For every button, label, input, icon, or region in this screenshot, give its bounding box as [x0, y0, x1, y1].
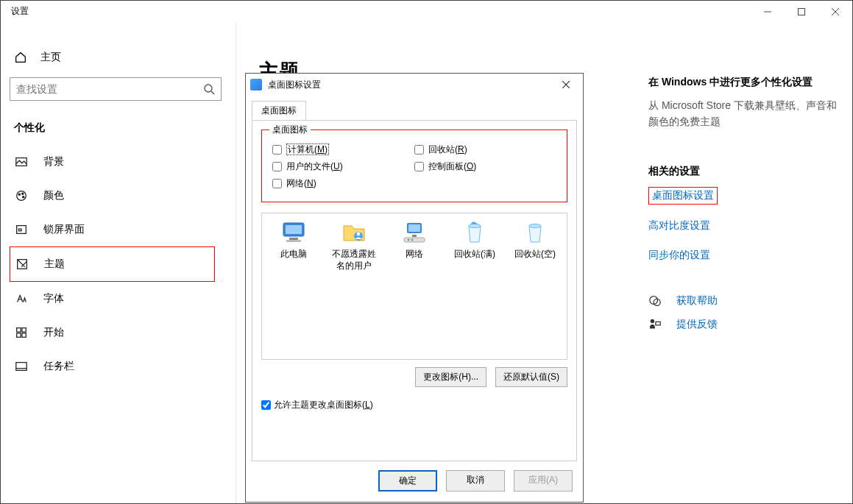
icon-preview-item[interactable]: 此电脑	[269, 219, 318, 260]
desktop-icon-check[interactable]: 用户的文件(U)	[272, 160, 414, 173]
window-controls	[751, 1, 852, 23]
sidebar-item-label: 开始	[43, 326, 64, 339]
svg-rect-16	[17, 333, 21, 337]
svg-rect-18	[16, 363, 26, 371]
pc-icon	[279, 219, 308, 246]
sidebar-item-label: 任务栏	[43, 360, 74, 373]
svg-point-22	[651, 319, 654, 323]
allow-theme-change-check[interactable]: 允许主题更改桌面图标(L)	[261, 399, 567, 411]
maximize-button[interactable]	[785, 1, 818, 23]
sidebar-item-background[interactable]: 背景	[10, 145, 215, 179]
sidebar-item-start[interactable]: 开始	[10, 316, 215, 349]
home-nav[interactable]: 主页	[10, 48, 215, 74]
sidebar: 主页 个性化 背景颜色锁屏界面主题字体开始任务栏	[1, 23, 236, 503]
search-icon	[203, 83, 215, 95]
start-icon	[14, 326, 29, 339]
help-link[interactable]: 提供反馈	[648, 318, 840, 331]
icon-preview-item[interactable]: 网络	[390, 219, 439, 260]
settings-window: 设置 主页	[0, 0, 853, 504]
dialog-app-icon	[250, 79, 262, 90]
restore-default-button[interactable]: 还原默认值(S)	[495, 367, 567, 387]
background-icon	[14, 155, 29, 168]
svg-point-8	[18, 194, 20, 195]
svg-line-5	[211, 91, 214, 94]
sidebar-item-label: 背景	[43, 155, 64, 168]
bin-empty-icon	[520, 219, 550, 246]
allow-theme-checkbox[interactable]	[261, 400, 271, 410]
icon-preview-item[interactable]: 回收站(满)	[450, 219, 499, 260]
desktop-icon-check[interactable]: 回收站(R)	[414, 143, 556, 156]
sidebar-item-label: 颜色	[43, 189, 64, 202]
sidebar-item-taskbar[interactable]: 任务栏	[10, 349, 215, 383]
sidebar-item-themes[interactable]: 主题	[10, 246, 215, 282]
close-button[interactable]	[818, 1, 852, 23]
section-header: 个性化	[10, 118, 215, 145]
ok-button[interactable]: 确定	[378, 470, 437, 491]
search-box[interactable]	[10, 77, 222, 101]
search-input[interactable]	[16, 83, 203, 95]
svg-point-36	[408, 239, 409, 241]
right-desc: 从 Microsoft Store 下载兼具壁纸、声音和颜色的免费主题	[648, 98, 840, 129]
help-link[interactable]: 获取帮助	[648, 294, 840, 308]
dialog-title: 桌面图标设置	[268, 79, 321, 91]
home-icon	[14, 51, 27, 64]
desktop-icons-group: 桌面图标 计算机(M)用户的文件(U)网络(N) 回收站(R)控制面板(O)	[261, 129, 567, 202]
home-label: 主页	[40, 51, 61, 64]
group-legend: 桌面图标	[269, 124, 311, 136]
dialog-close-button[interactable]	[555, 77, 577, 93]
sidebar-item-label: 字体	[43, 292, 64, 305]
svg-point-31	[357, 233, 361, 236]
sidebar-item-label: 主题	[44, 258, 65, 271]
svg-rect-34	[412, 235, 417, 237]
icon-preview-item[interactable]: 不愿透露姓名的用户	[330, 219, 378, 271]
sidebar-item-lockscreen[interactable]: 锁屏界面	[10, 213, 215, 246]
svg-rect-23	[656, 322, 660, 326]
cancel-button[interactable]: 取消	[446, 470, 505, 491]
svg-rect-33	[408, 224, 420, 232]
sidebar-item-colors[interactable]: 颜色	[10, 179, 215, 213]
right-heading-more: 在 Windows 中进行更多个性化设置	[648, 76, 840, 89]
svg-point-10	[23, 196, 24, 198]
colors-icon	[14, 189, 29, 202]
feedback-icon	[648, 318, 663, 331]
window-title: 设置	[11, 5, 29, 18]
change-icon-button[interactable]: 更改图标(H)...	[415, 367, 486, 387]
dialog-tabs: 桌面图标	[246, 96, 583, 120]
related-link[interactable]: 高对比度设置	[648, 219, 840, 233]
apply-button[interactable]: 应用(A)	[514, 470, 573, 491]
svg-rect-27	[286, 225, 302, 234]
desktop-icon-dialog: 桌面图标设置 桌面图标 桌面图标 计算机(M)用户的文件(U)网络(N) 回收站…	[245, 73, 584, 503]
svg-point-37	[411, 239, 413, 241]
desktop-icon-check[interactable]: 计算机(M)	[272, 143, 414, 156]
svg-point-4	[205, 85, 212, 92]
bin-full-icon	[460, 219, 489, 246]
sidebar-item-label: 锁屏界面	[43, 223, 85, 236]
lockscreen-icon	[14, 223, 29, 236]
titlebar: 设置	[1, 1, 852, 23]
tab-desktop-icons[interactable]: 桌面图标	[252, 101, 306, 121]
svg-rect-17	[22, 333, 26, 337]
nav-list: 背景颜色锁屏界面主题字体开始任务栏	[10, 145, 215, 383]
related-link[interactable]: 桌面图标设置	[648, 187, 718, 205]
sidebar-item-fonts[interactable]: 字体	[10, 282, 215, 316]
svg-rect-14	[17, 328, 21, 332]
desktop-icon-check[interactable]: 网络(N)	[272, 177, 414, 190]
desktop-icon-check[interactable]: 控制面板(O)	[414, 160, 556, 173]
taskbar-icon	[14, 360, 29, 373]
dialog-footer: 确定 取消 应用(A)	[246, 461, 583, 502]
related-link[interactable]: 同步你的设置	[648, 249, 840, 262]
folder-icon	[339, 219, 369, 246]
icon-preview-item[interactable]: 回收站(空)	[511, 219, 559, 260]
dialog-tab-page: 桌面图标 计算机(M)用户的文件(U)网络(N) 回收站(R)控制面板(O) 此…	[252, 120, 577, 461]
network-icon	[400, 219, 429, 246]
svg-rect-35	[404, 238, 425, 242]
fonts-icon	[14, 292, 29, 305]
svg-rect-28	[289, 238, 298, 240]
svg-point-9	[22, 193, 24, 194]
right-heading-related: 相关的设置	[648, 165, 840, 178]
icon-preview-grid[interactable]: 此电脑不愿透露姓名的用户网络回收站(满)回收站(空)	[261, 213, 567, 360]
themes-icon	[15, 258, 29, 271]
svg-point-7	[17, 191, 26, 201]
svg-rect-15	[22, 328, 26, 332]
minimize-button[interactable]	[751, 1, 785, 23]
